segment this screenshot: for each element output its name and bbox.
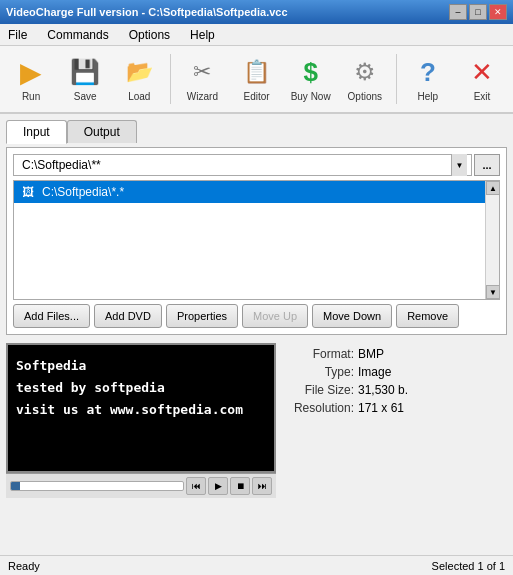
format-label: Format: xyxy=(284,347,354,361)
menu-file[interactable]: File xyxy=(4,27,31,43)
resolution-row: Resolution: 171 x 61 xyxy=(284,401,507,415)
tab-bar: Input Output xyxy=(6,120,507,143)
options-button[interactable]: ⚙ Options xyxy=(340,50,390,108)
title-bar: VideoCharge Full version - C:\Softpedia\… xyxy=(0,0,513,24)
filesize-row: File Size: 31,530 b. xyxy=(284,383,507,397)
remove-button[interactable]: Remove xyxy=(396,304,459,328)
menu-help[interactable]: Help xyxy=(186,27,219,43)
file-item-name: C:\Softpedia\*.* xyxy=(42,185,124,199)
tab-output[interactable]: Output xyxy=(67,120,137,143)
buynow-label: Buy Now xyxy=(291,91,331,102)
save-button[interactable]: 💾 Save xyxy=(60,50,110,108)
load-button[interactable]: 📂 Load xyxy=(114,50,164,108)
scroll-down-arrow[interactable]: ▼ xyxy=(486,285,500,299)
buynow-icon: $ xyxy=(295,56,327,88)
minimize-button[interactable]: – xyxy=(449,4,467,20)
help-label: Help xyxy=(418,91,439,102)
menu-commands[interactable]: Commands xyxy=(43,27,112,43)
path-row: C:\Softpedia\** ▼ ... xyxy=(13,154,500,176)
exit-icon: ✕ xyxy=(466,56,498,88)
type-row: Type: Image xyxy=(284,365,507,379)
status-left: Ready xyxy=(8,560,40,572)
help-icon: ? xyxy=(412,56,444,88)
format-value: BMP xyxy=(358,347,384,361)
resolution-value: 171 x 61 xyxy=(358,401,404,415)
wizard-button[interactable]: ✂ Wizard xyxy=(177,50,227,108)
move-up-button[interactable]: Move Up xyxy=(242,304,308,328)
close-button[interactable]: ✕ xyxy=(489,4,507,20)
type-label: Type: xyxy=(284,365,354,379)
wizard-label: Wizard xyxy=(187,91,218,102)
stop-button[interactable]: ⏹ xyxy=(230,477,250,495)
preview-line-2: tested by softpedia xyxy=(16,377,266,399)
load-label: Load xyxy=(128,91,150,102)
file-list-item[interactable]: 🖼 C:\Softpedia\*.* xyxy=(14,181,499,203)
menu-bar: File Commands Options Help xyxy=(0,24,513,46)
video-text: Softpedia tested by softpedia visit us a… xyxy=(8,345,274,431)
type-value: Image xyxy=(358,365,391,379)
scrollbar-vertical[interactable]: ▲ ▼ xyxy=(485,181,499,299)
help-button[interactable]: ? Help xyxy=(403,50,453,108)
info-panel: Format: BMP Type: Image File Size: 31,53… xyxy=(284,343,507,498)
run-button[interactable]: ▶ Run xyxy=(6,50,56,108)
scroll-track xyxy=(486,195,499,285)
maximize-button[interactable]: □ xyxy=(469,4,487,20)
resolution-label: Resolution: xyxy=(284,401,354,415)
toolbar: ▶ Run 💾 Save 📂 Load ✂ Wizard 📋 Editor $ … xyxy=(0,46,513,114)
title-text: VideoCharge Full version - C:\Softpedia\… xyxy=(6,6,288,18)
run-icon: ▶ xyxy=(15,56,47,88)
status-bar: Ready Selected 1 of 1 xyxy=(0,555,513,575)
window-controls: – □ ✕ xyxy=(449,4,507,20)
wizard-icon: ✂ xyxy=(186,56,218,88)
options-icon: ⚙ xyxy=(349,56,381,88)
progress-fill xyxy=(11,482,20,490)
progress-bar[interactable] xyxy=(10,481,184,491)
input-panel: C:\Softpedia\** ▼ ... 🖼 C:\Softpedia\*.*… xyxy=(6,147,507,335)
video-preview-container: Softpedia tested by softpedia visit us a… xyxy=(6,343,276,498)
format-row: Format: BMP xyxy=(284,347,507,361)
exit-label: Exit xyxy=(474,91,491,102)
add-files-button[interactable]: Add Files... xyxy=(13,304,90,328)
load-icon: 📂 xyxy=(123,56,155,88)
path-browse-button[interactable]: ... xyxy=(474,154,500,176)
path-combo[interactable]: C:\Softpedia\** ▼ xyxy=(13,154,472,176)
scroll-up-arrow[interactable]: ▲ xyxy=(486,181,500,195)
main-area: Input Output C:\Softpedia\** ▼ ... 🖼 C:\… xyxy=(0,114,513,504)
menu-options[interactable]: Options xyxy=(125,27,174,43)
filesize-value: 31,530 b. xyxy=(358,383,408,397)
editor-icon: 📋 xyxy=(241,56,273,88)
toolbar-separator-2 xyxy=(396,54,397,104)
properties-button[interactable]: Properties xyxy=(166,304,238,328)
editor-label: Editor xyxy=(243,91,269,102)
run-label: Run xyxy=(22,91,40,102)
file-icon: 🖼 xyxy=(20,184,36,200)
preview-line-3: visit us at www.softpedia.com xyxy=(16,399,266,421)
add-dvd-button[interactable]: Add DVD xyxy=(94,304,162,328)
save-label: Save xyxy=(74,91,97,102)
toolbar-separator-1 xyxy=(170,54,171,104)
save-icon: 💾 xyxy=(69,56,101,88)
move-down-button[interactable]: Move Down xyxy=(312,304,392,328)
forward-button[interactable]: ⏭ xyxy=(252,477,272,495)
preview-line-1: Softpedia xyxy=(16,355,266,377)
options-label: Options xyxy=(348,91,382,102)
filesize-label: File Size: xyxy=(284,383,354,397)
status-right: Selected 1 of 1 xyxy=(432,560,505,572)
play-button[interactable]: ▶ xyxy=(208,477,228,495)
tab-input[interactable]: Input xyxy=(6,120,67,144)
preview-area: Softpedia tested by softpedia visit us a… xyxy=(6,343,507,498)
file-action-buttons: Add Files... Add DVD Properties Move Up … xyxy=(13,304,500,328)
file-list[interactable]: 🖼 C:\Softpedia\*.* ▲ ▼ xyxy=(13,180,500,300)
editor-button[interactable]: 📋 Editor xyxy=(231,50,281,108)
video-controls: ⏮ ▶ ⏹ ⏭ xyxy=(6,473,276,498)
path-value: C:\Softpedia\** xyxy=(18,158,451,172)
rewind-button[interactable]: ⏮ xyxy=(186,477,206,495)
video-preview: Softpedia tested by softpedia visit us a… xyxy=(6,343,276,473)
buynow-button[interactable]: $ Buy Now xyxy=(286,50,336,108)
exit-button[interactable]: ✕ Exit xyxy=(457,50,507,108)
path-combo-arrow[interactable]: ▼ xyxy=(451,154,467,176)
